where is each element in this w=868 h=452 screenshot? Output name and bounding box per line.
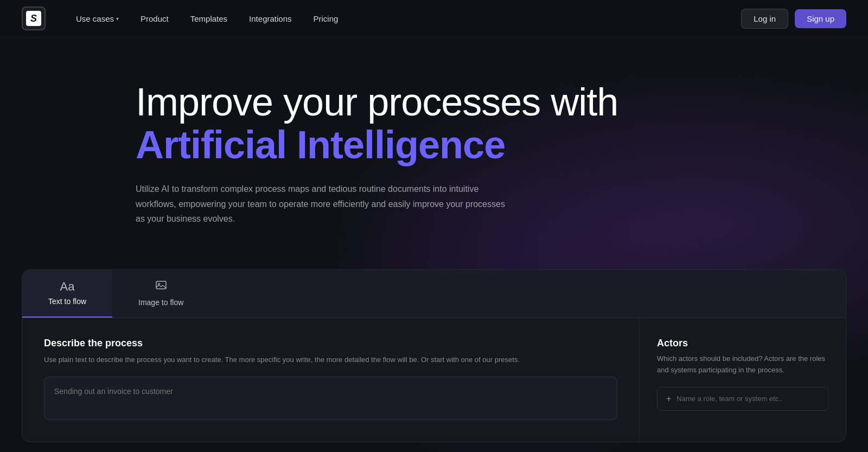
nav-templates[interactable]: Templates	[182, 10, 236, 28]
logo-letter: S	[30, 13, 37, 24]
process-textarea[interactable]	[44, 377, 617, 420]
demo-card: Aa Text to flow Image to flow Describe t…	[22, 269, 846, 442]
tab-image-to-flow[interactable]: Image to flow	[112, 270, 209, 318]
signup-button[interactable]: Sign up	[795, 9, 846, 28]
image-icon	[155, 280, 167, 295]
nav-links: Use cases ▾ Product Templates Integratio…	[67, 10, 347, 28]
actors-placeholder: Name a role, team or system etc..	[676, 395, 782, 403]
nav-product[interactable]: Product	[132, 10, 177, 28]
describe-title: Describe the process	[44, 338, 617, 349]
nav-pricing[interactable]: Pricing	[305, 10, 347, 28]
tab-image-label: Image to flow	[138, 298, 183, 307]
login-button[interactable]: Log in	[741, 9, 788, 29]
navbar: S Use cases ▾ Product Templates Integrat…	[0, 0, 868, 37]
chevron-down-icon: ▾	[116, 16, 119, 22]
actors-input[interactable]: + Name a role, team or system etc..	[657, 387, 828, 411]
describe-description: Use plain text to describe the process y…	[44, 354, 617, 366]
describe-process-section: Describe the process Use plain text to d…	[22, 318, 640, 442]
nav-right: Log in Sign up	[741, 9, 846, 29]
hero-title-ai: Artificial Intelligence	[136, 123, 505, 166]
tab-text-to-flow[interactable]: Aa Text to flow	[22, 270, 112, 318]
hero-description: Utilize AI to transform complex process …	[136, 182, 515, 226]
nav-use-cases[interactable]: Use cases ▾	[67, 10, 127, 28]
actors-section: Actors Which actors should be included? …	[640, 318, 846, 442]
actors-title: Actors	[657, 338, 828, 349]
logo[interactable]: S	[22, 7, 46, 30]
svg-point-1	[158, 283, 159, 285]
svg-rect-0	[156, 281, 166, 289]
hero-title-line1: Improve your processes with Artificial I…	[136, 81, 732, 166]
nav-integrations[interactable]: Integrations	[240, 10, 300, 28]
demo-content: Describe the process Use plain text to d…	[22, 318, 846, 442]
plus-icon: +	[666, 394, 671, 404]
text-icon: Aa	[60, 280, 75, 294]
hero-section: Improve your processes with Artificial I…	[0, 37, 868, 253]
nav-left: S Use cases ▾ Product Templates Integrat…	[22, 7, 347, 30]
actors-description: Which actors should be included? Actors …	[657, 353, 828, 376]
demo-tabs: Aa Text to flow Image to flow	[22, 270, 846, 318]
tab-text-label: Text to flow	[48, 297, 86, 306]
